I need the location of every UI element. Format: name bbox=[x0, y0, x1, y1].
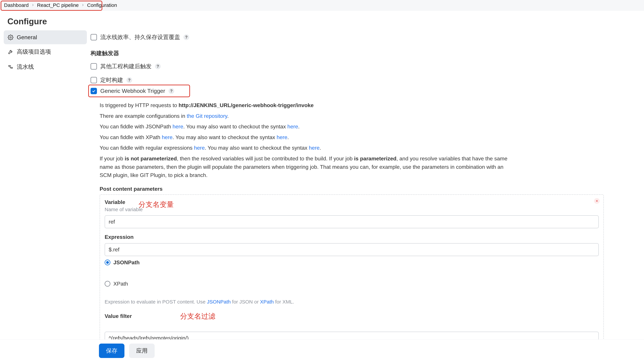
annotation-var: 分支名变量 bbox=[138, 200, 174, 209]
expression-label: Expression bbox=[105, 234, 599, 240]
link-here[interactable]: here bbox=[172, 123, 183, 130]
sidebar-item-label: 高级项目选项 bbox=[17, 48, 51, 56]
link-xpath[interactable]: XPath bbox=[260, 299, 274, 305]
option-other-row: 其他工程构建后触发 ? bbox=[90, 59, 604, 73]
svg-point-0 bbox=[10, 36, 12, 38]
config-sidebar: General 高级项目选项 流水线 bbox=[0, 30, 90, 74]
section-triggers: 构建触发器 bbox=[90, 44, 604, 59]
help-icon[interactable]: ? bbox=[126, 77, 132, 83]
radio-xpath[interactable] bbox=[105, 281, 110, 287]
sidebar-item-advanced[interactable]: 高级项目选项 bbox=[4, 44, 87, 59]
link-git-repo[interactable]: the Git repository bbox=[187, 113, 227, 119]
post-content-heading: Post content parameters bbox=[90, 182, 604, 194]
chevron-right-icon bbox=[31, 2, 35, 8]
expression-input[interactable] bbox=[105, 243, 599, 256]
page-title: Configure bbox=[0, 10, 644, 30]
link-here[interactable]: here bbox=[309, 145, 320, 151]
radio-label: JSONPath bbox=[113, 259, 140, 266]
variable-sublabel: Name of variable bbox=[105, 207, 143, 212]
option-label: 其他工程构建后触发 bbox=[100, 62, 152, 70]
option-label: Generic Webhook Trigger bbox=[100, 88, 165, 94]
option-label: 流水线效率、持久保存设置覆盖 bbox=[100, 33, 180, 41]
sidebar-item-general[interactable]: General bbox=[4, 30, 87, 44]
breadcrumb: Dashboard React_PC pipeline Configuratio… bbox=[0, 0, 644, 10]
remove-button[interactable] bbox=[594, 198, 600, 204]
sidebar-item-label: General bbox=[17, 34, 37, 40]
help-icon[interactable]: ? bbox=[184, 34, 189, 40]
option-label: 定时构建 bbox=[100, 76, 123, 84]
checkbox-timer[interactable] bbox=[90, 77, 97, 83]
gear-icon bbox=[8, 34, 14, 40]
main-content: 流水线效率、持久保存设置覆盖 ? 构建触发器 其他工程构建后触发 ? 定时构建 … bbox=[90, 30, 604, 362]
valuefilter-label: Value filter bbox=[105, 313, 599, 319]
expression-hint: Expression to evaluate in POST content. … bbox=[105, 299, 599, 305]
variable-input[interactable] bbox=[105, 215, 599, 228]
radio-jsonpath[interactable] bbox=[105, 260, 110, 265]
link-here[interactable]: here bbox=[287, 123, 298, 130]
save-button[interactable]: 保存 bbox=[99, 344, 124, 358]
breadcrumb-item-1[interactable]: React_PC pipeline bbox=[37, 2, 79, 8]
radio-jsonpath-row: JSONPath bbox=[105, 259, 599, 266]
link-jsonpath[interactable]: JSONPath bbox=[207, 299, 231, 305]
sidebar-item-label: 流水线 bbox=[17, 63, 34, 71]
footer-actions: 保存 应用 bbox=[0, 339, 644, 362]
breadcrumb-item-2[interactable]: Configuration bbox=[87, 2, 117, 8]
apply-button[interactable]: 应用 bbox=[129, 344, 155, 358]
annotation-filter: 分支名过滤 bbox=[180, 312, 215, 320]
link-here[interactable]: here bbox=[276, 134, 287, 140]
pipeline-icon bbox=[8, 64, 14, 70]
sidebar-item-pipeline[interactable]: 流水线 bbox=[4, 59, 87, 74]
highlight-gwt: Generic Webhook Trigger ? bbox=[88, 85, 190, 97]
checkbox-other[interactable] bbox=[90, 63, 97, 69]
chevron-right-icon bbox=[81, 2, 85, 8]
link-here[interactable]: here bbox=[162, 134, 172, 140]
wrench-icon bbox=[8, 49, 14, 55]
gwt-description: Is triggered by HTTP requests to http://… bbox=[90, 97, 510, 179]
help-icon[interactable]: ? bbox=[168, 88, 174, 94]
link-here[interactable]: here bbox=[194, 145, 205, 151]
radio-xpath-row: XPath bbox=[105, 281, 599, 287]
checkbox-override[interactable] bbox=[90, 34, 97, 40]
help-icon[interactable]: ? bbox=[155, 63, 161, 69]
post-content-panel-1: 分支名变量 Variable Name of variable Expressi… bbox=[100, 194, 604, 362]
variable-label: Variable bbox=[105, 199, 143, 205]
option-timer-row: 定时构建 ? bbox=[90, 73, 604, 85]
breadcrumb-item-0[interactable]: Dashboard bbox=[4, 2, 29, 8]
radio-label: XPath bbox=[113, 281, 128, 287]
checkbox-gwt[interactable] bbox=[90, 88, 97, 94]
option-override-row: 流水线效率、持久保存设置覆盖 ? bbox=[90, 30, 604, 44]
